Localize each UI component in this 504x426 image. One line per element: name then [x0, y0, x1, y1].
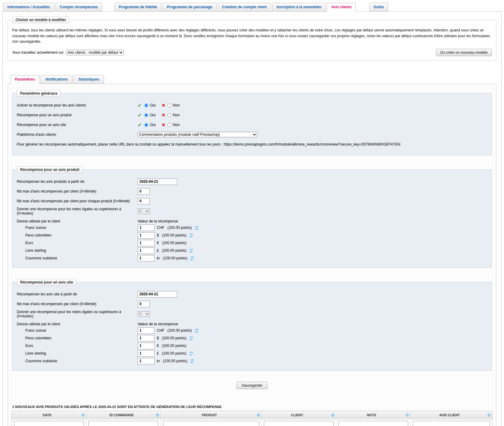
tab-outils[interactable]: Outils [369, 3, 388, 12]
tab-compte-recompenses[interactable]: Compte récompenses [56, 3, 102, 12]
radio-oui-input[interactable] [144, 103, 148, 107]
currency-value-input[interactable] [138, 335, 155, 341]
tab-statistiques[interactable]: Statistiques [74, 75, 104, 84]
general-params-fieldset: Paramètres généraux Activer la récompens… [12, 90, 492, 155]
currency-column-header: Devise utilisée par le client [17, 322, 138, 326]
site-min-note-label: Donner une récompense pour les notes éga… [17, 310, 138, 318]
refresh-rate-icon[interactable] [195, 329, 199, 333]
site-date-input[interactable] [138, 291, 177, 298]
currency-row: Peso colombien $ (100.00 points) [17, 335, 487, 341]
radio-oui[interactable]: Oui [144, 123, 156, 127]
filter-review-input[interactable] [413, 421, 490, 426]
model-select[interactable]: Avis clients : modèle par défaut [66, 50, 124, 55]
toggle-row-enable-reward: Activer la récompense pour les avis clie… [17, 101, 487, 110]
radio-non-input[interactable] [167, 103, 171, 107]
filter-order-input[interactable] [88, 421, 158, 426]
refresh-rate-icon[interactable] [190, 359, 194, 363]
radio-oui-label: Oui [150, 113, 156, 117]
filter-product-input[interactable] [163, 421, 259, 426]
sort-icon[interactable] [331, 413, 334, 417]
radio-oui-input[interactable] [144, 113, 148, 117]
radio-oui[interactable]: Oui [144, 103, 156, 107]
save-row: Sauvegarder [12, 382, 492, 389]
toggle-label: Récompense pour un avis site [17, 123, 138, 127]
filter-client-input[interactable] [264, 421, 334, 426]
product-max-client-input[interactable] [138, 188, 150, 195]
radio-oui-label: Oui [150, 123, 156, 127]
currency-value-input[interactable] [138, 327, 155, 334]
tab-inscription-newsletter[interactable]: Inscription à la newsletter [272, 3, 326, 12]
currency-name: Couronne suédoise [17, 359, 138, 363]
tab-parametres[interactable]: Paramétres [10, 75, 40, 84]
tab-programme-parrainage[interactable]: Programme de parrainage [163, 3, 217, 12]
sort-icon[interactable] [488, 413, 491, 417]
module-tab-bar: Informations / Actualités Compte récompe… [3, 3, 502, 12]
radio-non-label: Non [173, 113, 180, 117]
sort-icon[interactable] [406, 413, 409, 417]
radio-oui[interactable]: Oui [144, 113, 156, 117]
platform-label: Plateforme d'avis clients [17, 132, 138, 137]
currency-value-input[interactable] [138, 350, 155, 357]
product-date-input[interactable] [138, 179, 177, 185]
currency-value-input[interactable] [138, 247, 155, 254]
tab-avis-clients[interactable]: Avis clients [327, 3, 356, 12]
cron-note: Pour générer les récompenses automatique… [17, 142, 400, 146]
currency-sign: € [157, 241, 159, 245]
currency-name: Franc suisse [17, 328, 138, 333]
sort-icon[interactable] [257, 413, 260, 417]
toggle-label: Activer la récompense pour les avis clie… [17, 103, 138, 107]
product-min-note-select[interactable]: 0 [138, 208, 150, 214]
refresh-rate-icon[interactable] [195, 226, 199, 230]
check-icon: ✔ [138, 103, 142, 108]
filter-date-input[interactable] [14, 421, 84, 426]
create-model-button[interactable]: Ou créer un nouveau modèle [436, 49, 492, 56]
sort-icon[interactable] [81, 413, 85, 417]
toggle-row-site-reward: Récompense pour un avis site ✔ Oui ✖ Non [17, 121, 487, 129]
currency-points: (100.00 points) [162, 344, 186, 348]
radio-non-input[interactable] [167, 113, 171, 117]
site-min-note-select[interactable]: 0 [138, 311, 150, 317]
site-max-client-input[interactable] [138, 301, 150, 307]
radio-non[interactable]: Non [167, 113, 180, 117]
site-date-row: Récompenser les avis site à partir de [17, 290, 487, 298]
tab-informations-actualites[interactable]: Informations / Actualités [3, 3, 54, 12]
product-date-row: Récompenser les avis produits à partir d… [17, 178, 487, 186]
sort-icon[interactable] [156, 413, 159, 417]
save-button[interactable]: Sauvegarder [236, 382, 268, 389]
radio-non[interactable]: Non [167, 123, 180, 127]
currency-points: (100.00 points) [162, 241, 186, 245]
currency-value-input[interactable] [138, 343, 155, 349]
currency-value-input[interactable] [138, 255, 155, 262]
product-min-note-label: Donner une récompense pour les notes éga… [17, 207, 138, 215]
radio-oui-input[interactable] [144, 123, 148, 127]
settings-section: Paramétres Notifications Statistiques Pa… [8, 75, 496, 426]
currency-points: (100.00 points) [163, 359, 187, 363]
radio-non[interactable]: Non [167, 103, 180, 107]
currency-row: Couronne suédoise kr (100.00 points) [17, 358, 487, 364]
tab-creation-compte-client[interactable]: Création de compte client [218, 3, 271, 12]
refresh-rate-icon[interactable] [189, 352, 193, 356]
currency-sign: kr [157, 256, 160, 260]
currency-value-input[interactable] [138, 358, 155, 364]
site-date-label: Récompenser les avis site à partir de [17, 292, 138, 296]
currency-value-input[interactable] [138, 240, 155, 246]
refresh-rate-icon[interactable] [189, 336, 193, 340]
currency-row: Franc suisse CHF (100.00 points) [17, 225, 487, 231]
radio-non-input[interactable] [167, 123, 171, 127]
radio-non-label: Non [173, 103, 180, 107]
tab-programme-fidelite[interactable]: Programme de fidélité [114, 3, 161, 12]
check-icon: ✔ [138, 112, 142, 118]
model-row: Vous travaillez actuellement sur Avis cl… [12, 49, 492, 56]
currency-sign: € [157, 344, 159, 348]
currency-value-input[interactable] [138, 225, 155, 231]
platform-select[interactable]: Commentaires produits (module natif Pres… [138, 132, 257, 137]
site-reward-fieldset: Récompense pour un avis site Récompenser… [12, 279, 492, 371]
tab-notifications[interactable]: Notifications [41, 75, 73, 84]
product-max-per-product-input[interactable] [138, 198, 150, 204]
refresh-rate-icon[interactable] [190, 256, 194, 260]
refresh-rate-icon[interactable] [189, 233, 193, 237]
cross-icon: ✖ [162, 103, 165, 108]
filter-note-input[interactable] [338, 421, 408, 426]
currency-value-input[interactable] [138, 232, 155, 239]
refresh-rate-icon[interactable] [189, 249, 193, 253]
